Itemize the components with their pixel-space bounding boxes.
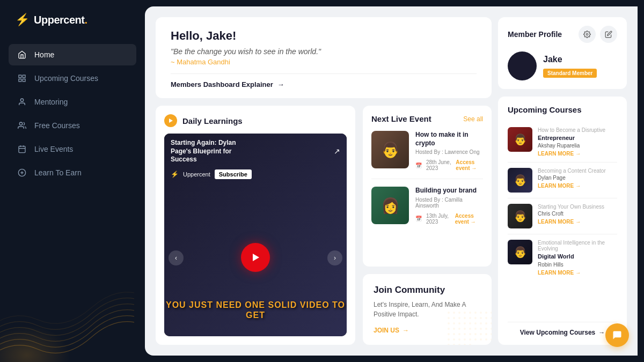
video-branding: ⚡ Uppercent Subscribe	[164, 169, 347, 179]
welcome-author: ~ Mahatma Gandhi	[171, 58, 477, 66]
sidebar-decoration	[0, 255, 134, 362]
video-play-area[interactable]: ‹ › YOU JUST NEED ONE SOLID VIDEO TO GET	[164, 179, 347, 336]
svg-point-96	[485, 338, 487, 341]
event-host-1: Hosted By : Lawrence Ong	[415, 149, 483, 155]
svg-point-99	[453, 344, 455, 345]
settings-button[interactable]	[579, 26, 596, 43]
member-profile-card: Member Profile Jake Standard Member	[498, 17, 627, 89]
see-all-link[interactable]: See all	[463, 115, 483, 123]
dashboard-link[interactable]: Members Dashboard Explainer →	[171, 80, 477, 88]
logo[interactable]: ⚡ Uppercent.	[0, 13, 145, 44]
svg-point-89	[448, 338, 450, 341]
video-container[interactable]: Starting Again: Dylan Page's Blueprint f…	[164, 134, 347, 336]
course-thumb-1: 👨	[508, 127, 532, 152]
event-host-2: Hosted By : Camilla Ainsworth	[415, 197, 483, 209]
sidebar-item-live-events[interactable]: Live Events	[9, 138, 136, 160]
svg-point-102	[469, 344, 471, 345]
svg-point-90	[453, 338, 455, 341]
subscribe-button[interactable]: Subscribe	[215, 169, 252, 179]
course-category-3: Starting Your Own Business	[538, 204, 617, 210]
learn-more-4[interactable]: LEARN MORE →	[538, 270, 617, 276]
edit-profile-button[interactable]	[600, 26, 617, 43]
sidebar-item-upcoming-courses[interactable]: Upcoming Courses	[9, 68, 136, 89]
svg-point-73	[458, 328, 460, 330]
community-decoration	[443, 307, 492, 345]
logo-icon: ⚡	[15, 13, 30, 27]
course-info-3: Starting Your Own Business Chris Croft L…	[538, 204, 617, 225]
course-item-3: 👨 Starting Your Own Business Chris Croft…	[508, 198, 617, 234]
chat-bubble-button[interactable]	[605, 323, 629, 347]
profile-info: Jake Standard Member	[543, 55, 597, 77]
learn-more-2[interactable]: LEARN MORE →	[538, 183, 617, 189]
learn-more-3[interactable]: LEARN MORE →	[538, 219, 617, 225]
next-arrow[interactable]: ›	[327, 250, 342, 265]
learn-more-1[interactable]: LEARN MORE →	[538, 151, 617, 157]
profile-card-header: Member Profile	[508, 26, 617, 43]
svg-point-74	[464, 328, 466, 330]
access-link-1[interactable]: Access event →	[456, 159, 483, 171]
svg-point-86	[480, 333, 482, 335]
sidebar-item-home[interactable]: Home	[9, 44, 136, 65]
svg-point-47	[464, 312, 466, 314]
calendar-icon-2: 📅	[415, 216, 422, 221]
svg-point-97	[491, 338, 492, 341]
course-thumb-3: 👨	[508, 204, 532, 228]
sidebar-item-mentoring[interactable]: Mentoring	[9, 91, 136, 113]
svg-point-58	[474, 317, 477, 319]
event-meta-1: 📅 28th June, 2023 Access event →	[415, 159, 483, 171]
center-column: Hello, Jake! "Be the change you wish to …	[156, 17, 492, 345]
course-info-2: Becoming a Content Creator Dylan Page LE…	[538, 168, 617, 189]
course-info-4: Emotional Intelligence in the Evolving D…	[538, 240, 617, 275]
svg-marker-42	[169, 119, 173, 123]
circle-icon	[17, 168, 27, 178]
share-icon[interactable]: ↗	[334, 147, 340, 156]
live-event-title: Next Live Event	[371, 114, 431, 123]
event-date-1: 28th June, 2023	[426, 159, 451, 171]
svg-point-98	[448, 344, 450, 345]
svg-point-78	[485, 328, 487, 330]
course-name-1: Entrepreneur	[538, 134, 617, 142]
right-column: Next Live Event See all 👨 How to make it…	[363, 106, 492, 345]
course-info-1: How to Become a Disruptive Entrepreneur …	[538, 127, 617, 157]
far-right-column: Member Profile Jake Standard Member	[498, 17, 627, 345]
sidebar-item-label-home: Home	[34, 50, 54, 59]
svg-point-87	[485, 333, 487, 335]
member-badge: Standard Member	[543, 69, 597, 78]
course-category-2: Becoming a Content Creator	[538, 168, 617, 174]
course-thumb-4: 👨	[508, 240, 532, 264]
svg-point-101	[464, 344, 466, 345]
daily-learnings-card: Daily Learnings Starting Again: Dylan Pa…	[156, 106, 355, 345]
event-name-2: Building your brand	[415, 187, 483, 195]
svg-point-66	[469, 322, 471, 324]
svg-point-84	[469, 333, 471, 335]
sidebar-item-learn-to-earn[interactable]: Learn To Earn	[9, 162, 136, 183]
avatar	[508, 51, 537, 80]
svg-point-5	[19, 122, 22, 125]
prev-arrow[interactable]: ‹	[169, 250, 184, 265]
event-meta-2: 📅 13th July, 2023 Access event →	[415, 213, 483, 225]
svg-point-46	[458, 312, 460, 314]
sidebar-item-free-courses[interactable]: Free Courses	[9, 115, 136, 136]
svg-point-62	[448, 322, 450, 324]
brand-logo-icon: ⚡	[171, 171, 179, 178]
upcoming-courses-title: Upcoming Courses	[508, 105, 617, 114]
svg-rect-2	[23, 79, 25, 82]
access-link-2[interactable]: Access event →	[455, 213, 483, 225]
calendar-icon-1: 📅	[415, 162, 422, 168]
svg-point-64	[458, 322, 460, 324]
svg-point-61	[491, 317, 492, 319]
svg-point-53	[448, 317, 450, 319]
svg-point-88	[491, 333, 492, 335]
view-upcoming-courses-link[interactable]: View Upcoming Courses →	[508, 322, 617, 336]
profile-action-icons	[579, 26, 617, 43]
daily-learnings-title: Daily Learnings	[182, 116, 243, 125]
nav-arrows: ‹ ›	[164, 250, 347, 265]
event-thumb-2: 👩	[371, 187, 409, 224]
svg-point-100	[458, 344, 460, 345]
svg-point-51	[485, 312, 487, 314]
person-icon	[17, 97, 27, 107]
person-group-icon	[17, 121, 27, 130]
svg-point-70	[491, 322, 492, 324]
bottom-row: Daily Learnings Starting Again: Dylan Pa…	[156, 106, 492, 345]
svg-point-49	[474, 312, 477, 314]
